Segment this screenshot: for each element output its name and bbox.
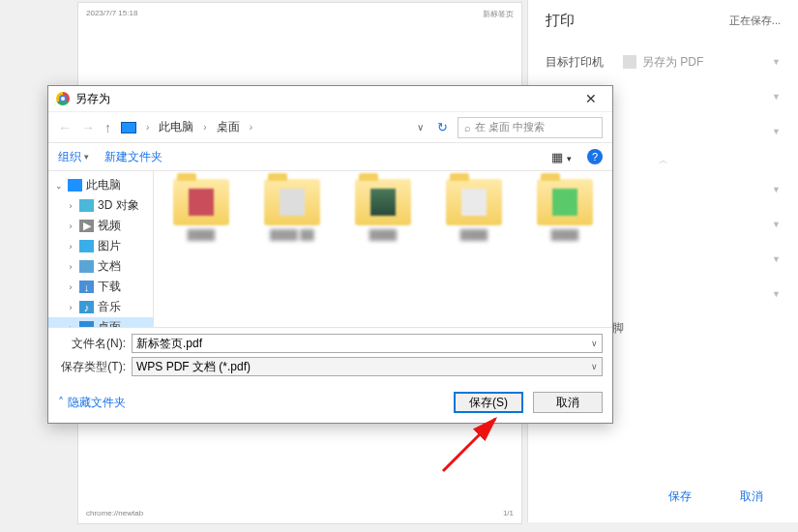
folder-item[interactable]: ████	[529, 179, 601, 251]
chevron-down-icon[interactable]: ∨	[591, 339, 598, 348]
nav-up-icon[interactable]: ↑	[104, 120, 111, 135]
nav-back-icon[interactable]: ←	[58, 120, 72, 135]
print-cancel-button[interactable]: 取消	[723, 483, 781, 511]
preview-url: chrome://newtab	[86, 509, 143, 517]
dialog-title: 另存为	[75, 91, 110, 107]
tree-videos[interactable]: ›▶视频	[48, 216, 153, 236]
filename-input[interactable]: 新标签页.pdf∨	[132, 334, 603, 353]
tree-desktop[interactable]: ›桌面	[48, 317, 153, 327]
filetype-label: 保存类型(T):	[58, 359, 132, 375]
folder-item[interactable]: ████	[438, 179, 510, 251]
close-button[interactable]: ✕	[572, 86, 610, 111]
organize-menu[interactable]: 组织▾	[58, 149, 89, 165]
help-icon[interactable]: ?	[587, 149, 603, 164]
view-mode-icon[interactable]: ▦ ▾	[551, 150, 572, 164]
chrome-icon	[56, 92, 70, 105]
dialog-footer: ˄隐藏文件夹 保存(S) 取消	[48, 384, 612, 423]
dialog-titlebar: 另存为 ✕	[48, 86, 612, 111]
chevron-up-icon: ˄	[58, 396, 64, 409]
print-save-button[interactable]: 保存	[651, 483, 709, 511]
dialog-cancel-button[interactable]: 取消	[533, 392, 603, 413]
filetype-select[interactable]: WPS PDF 文档 (*.pdf)∨	[132, 357, 603, 376]
filename-label: 文件名(N):	[58, 336, 132, 352]
refresh-icon[interactable]: ↻	[437, 120, 448, 134]
breadcrumb-desktop[interactable]: 桌面	[217, 119, 240, 135]
folder-tree: ⌄此电脑 ›3D 对象 ›▶视频 ›图片 ›文档 ›↓下载 ›♪音乐 ›桌面 ›…	[48, 171, 154, 327]
chevron-down-icon: ▼	[772, 289, 781, 299]
dialog-fields: 文件名(N): 新标签页.pdf∨ 保存类型(T): WPS PDF 文档 (*…	[48, 327, 612, 384]
tree-3d-objects[interactable]: ›3D 对象	[48, 195, 153, 216]
saving-status: 正在保存...	[729, 14, 781, 28]
tree-documents[interactable]: ›文档	[48, 256, 153, 277]
search-icon: ⌕	[464, 122, 471, 133]
pdf-icon	[623, 55, 636, 69]
preview-page-number: 1/1	[503, 509, 514, 517]
tree-this-pc[interactable]: ⌄此电脑	[48, 175, 153, 195]
chevron-down-icon: ▼	[772, 254, 781, 264]
chevron-down-icon: ▼	[772, 127, 781, 136]
destination-row[interactable]: 目标打印机 另存为 PDF▼	[546, 45, 781, 78]
chevron-down-icon: ▼	[772, 57, 781, 67]
path-dropdown-icon[interactable]: ∨	[413, 122, 428, 133]
tree-downloads[interactable]: ›↓下载	[48, 277, 153, 297]
pc-icon	[121, 122, 136, 133]
dialog-save-button[interactable]: 保存(S)	[454, 392, 523, 413]
chevron-down-icon: ▼	[772, 185, 781, 194]
search-placeholder: 在 桌面 中搜索	[475, 120, 545, 134]
nav-forward-icon[interactable]: →	[81, 120, 95, 135]
dialog-toolbar: 组织▾ 新建文件夹 ▦ ▾ ?	[48, 142, 612, 171]
search-input[interactable]: ⌕ 在 桌面 中搜索	[458, 117, 603, 138]
chevron-down-icon: ▼	[772, 220, 781, 229]
folder-item[interactable]: ████ ██	[256, 179, 328, 251]
print-title: 打印	[546, 12, 575, 30]
chevron-down-icon: ▼	[772, 92, 781, 102]
destination-label: 目标打印机	[546, 54, 623, 71]
save-as-dialog: 另存为 ✕ ← → ↑ › 此电脑 › 桌面 › ∨ ↻ ⌕ 在 桌面 中搜索 …	[47, 85, 613, 424]
new-folder-button[interactable]: 新建文件夹	[104, 149, 163, 165]
dialog-navbar: ← → ↑ › 此电脑 › 桌面 › ∨ ↻ ⌕ 在 桌面 中搜索	[48, 111, 612, 142]
chevron-right-icon: ›	[146, 122, 149, 133]
preview-timestamp: 2023/7/7 15:18	[86, 9, 137, 19]
folder-item[interactable]: ████	[165, 179, 237, 251]
chevron-down-icon[interactable]: ∨	[591, 362, 598, 371]
preview-title: 新标签页	[483, 9, 514, 19]
breadcrumb-pc[interactable]: 此电脑	[159, 119, 193, 135]
chevron-right-icon: ›	[250, 122, 252, 133]
chevron-right-icon: ›	[203, 122, 206, 133]
hide-folders-toggle[interactable]: ˄隐藏文件夹	[58, 395, 126, 411]
folder-item[interactable]: ████	[347, 179, 419, 251]
tree-pictures[interactable]: ›图片	[48, 236, 153, 256]
file-list-area[interactable]: ████ ████ ██ ████ ████ ████	[154, 171, 612, 327]
tree-music[interactable]: ›♪音乐	[48, 297, 153, 317]
